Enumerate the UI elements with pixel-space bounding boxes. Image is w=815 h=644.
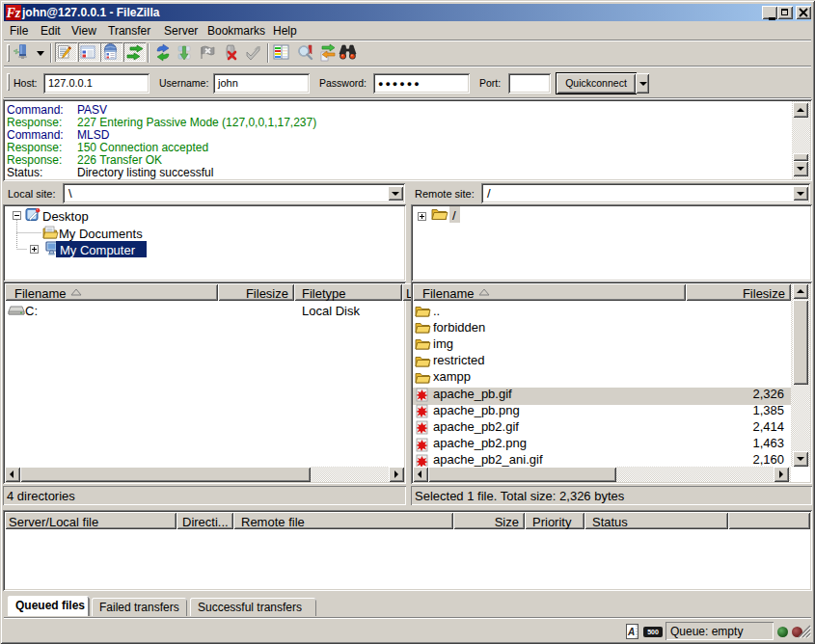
svg-text:Fz: Fz (6, 6, 21, 20)
svg-text:A: A (627, 627, 635, 637)
